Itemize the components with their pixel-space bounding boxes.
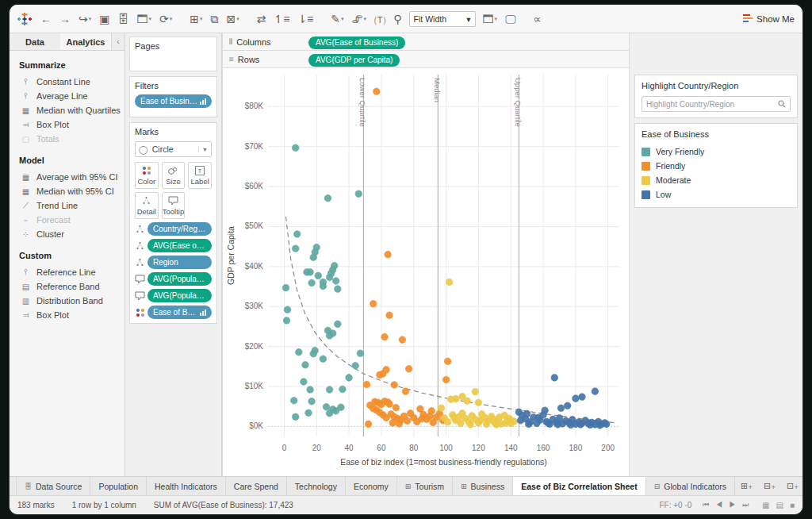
columns-pill[interactable]: AVG(Ease of Business) [308, 37, 405, 49]
data-point-very-friendly[interactable] [326, 386, 333, 394]
analytics-item-reference-line[interactable]: ⫯Reference Line [10, 265, 124, 279]
marks-pill[interactable]: Ease of Busine.. [147, 306, 212, 319]
data-point-very-friendly[interactable] [326, 410, 333, 417]
data-point-very-friendly[interactable] [346, 375, 353, 382]
data-point-low[interactable] [525, 421, 532, 428]
marks-button-color[interactable]: Color [135, 162, 159, 189]
data-point-very-friendly[interactable] [301, 379, 308, 386]
data-point-low[interactable] [551, 375, 558, 382]
data-point-very-friendly[interactable] [339, 386, 347, 393]
new-story-button[interactable]: ⊡₊ [781, 477, 802, 495]
duplicate-sheet-icon[interactable]: ⧉ [207, 10, 223, 28]
data-point-friendly[interactable] [402, 388, 409, 395]
data-point-moderate[interactable] [444, 419, 451, 426]
data-point-very-friendly[interactable] [283, 317, 290, 325]
data-point-low[interactable] [596, 422, 603, 429]
new-dashboard-button[interactable]: ⊟₊ [758, 477, 781, 495]
clear-sheet-icon[interactable]: ⊠▾ [223, 10, 243, 28]
data-point-friendly[interactable] [391, 382, 398, 389]
data-point-friendly[interactable] [373, 88, 381, 95]
filmstrip-view-icon[interactable]: ▤ [776, 501, 783, 509]
new-worksheet-button[interactable]: ⊞₊ [735, 477, 758, 495]
data-point-moderate[interactable] [464, 398, 471, 405]
analytics-item-cluster[interactable]: ⁘Cluster [10, 227, 124, 241]
marks-button-detail[interactable]: Detail [135, 192, 159, 219]
marks-pill[interactable]: AVG(Population .. [147, 289, 212, 302]
data-point-very-friendly[interactable] [332, 278, 339, 285]
legend-item-friendly[interactable]: Friendly [642, 159, 791, 173]
data-point-very-friendly[interactable] [307, 386, 314, 394]
data-point-friendly[interactable] [442, 376, 450, 383]
data-point-moderate[interactable] [451, 414, 458, 421]
redo-icon[interactable]: → [56, 10, 75, 28]
sheet-tab-ease-of-biz-correlation-sheet[interactable]: Ease of Biz Correlation Sheet [513, 477, 645, 495]
data-point-moderate[interactable] [506, 415, 513, 422]
data-point-low[interactable] [592, 388, 599, 395]
data-point-friendly[interactable] [386, 401, 393, 408]
data-point-very-friendly[interactable] [292, 245, 299, 252]
data-point-friendly[interactable] [399, 336, 406, 344]
filters-card[interactable]: Filters Ease of Business (cl.. [129, 76, 217, 117]
data-point-low[interactable] [535, 414, 542, 421]
data-point-moderate[interactable] [453, 395, 460, 402]
legend-item-moderate[interactable]: Moderate [642, 173, 791, 187]
data-point-very-friendly[interactable] [326, 274, 333, 281]
data-point-moderate[interactable] [475, 399, 482, 406]
sidebar-tab-analytics[interactable]: Analytics [60, 33, 112, 50]
data-point-very-friendly[interactable] [282, 284, 289, 291]
sheet-tab-global-indicators[interactable]: ⊟Global Indicators [646, 477, 735, 495]
pause-updates-icon[interactable]: 🗔▾ [132, 10, 155, 28]
run-update-icon[interactable]: ⟳▾ [155, 10, 176, 28]
data-point-friendly[interactable] [444, 358, 451, 365]
scatter-plot[interactable]: Lower QuartileMedianUpper Quartile$0K$10… [222, 68, 629, 476]
replay-icon[interactable]: ↪▾ [75, 10, 95, 28]
sheet-tab-health-indicators[interactable]: Health Indicators [147, 477, 226, 495]
data-point-moderate[interactable] [496, 414, 504, 421]
data-point-very-friendly[interactable] [293, 231, 301, 238]
swap-axes-icon[interactable]: ⇄ [253, 10, 270, 28]
data-point-very-friendly[interactable] [296, 348, 303, 356]
data-point-friendly[interactable] [370, 300, 377, 307]
data-point-very-friendly[interactable] [352, 363, 359, 370]
data-point-very-friendly[interactable] [290, 397, 297, 404]
data-point-very-friendly[interactable] [331, 263, 338, 270]
data-point-very-friendly[interactable] [335, 286, 342, 293]
data-point-very-friendly[interactable] [326, 333, 333, 340]
sort-descending-icon[interactable]: ⇂≡ [293, 10, 317, 28]
filter-pill[interactable]: Ease of Business (cl.. [135, 94, 212, 108]
data-point-low[interactable] [564, 402, 571, 409]
new-data-source-icon[interactable]: 🗄 [113, 10, 132, 28]
save-icon[interactable]: ▣ [95, 10, 113, 28]
data-point-very-friendly[interactable] [357, 350, 364, 357]
analytics-item-trend-line[interactable]: ⟋Trend Line [10, 198, 124, 213]
sheet-tab-care-spend[interactable]: Care Spend [226, 477, 287, 495]
data-point-low[interactable] [579, 394, 586, 401]
show-hide-cards-icon[interactable]: 🗔▾ [479, 10, 502, 28]
data-point-low[interactable] [517, 417, 524, 425]
data-point-moderate[interactable] [467, 421, 474, 429]
analytics-item-median-with-quartiles[interactable]: ▦Median with Quartiles [10, 103, 124, 117]
data-point-very-friendly[interactable] [312, 347, 319, 354]
data-point-friendly[interactable] [377, 371, 384, 379]
data-point-friendly[interactable] [385, 251, 392, 258]
data-point-friendly[interactable] [396, 421, 403, 428]
marks-pill[interactable]: Country/Region [147, 222, 212, 236]
data-point-friendly[interactable] [419, 416, 426, 423]
sheet-tab-data-source[interactable]: 🗄Data Source [16, 477, 90, 495]
data-point-very-friendly[interactable] [323, 403, 330, 410]
legend-item-low[interactable]: Low [642, 187, 791, 202]
fix-axes-icon[interactable]: ⚲ [389, 10, 405, 28]
presentation-mode-icon[interactable]: 🖵 [501, 10, 520, 28]
data-point-very-friendly[interactable] [320, 356, 327, 363]
trend-line[interactable] [286, 217, 616, 423]
analytics-item-average-with-95-ci[interactable]: ▦Average with 95% CI [10, 170, 124, 184]
analytics-item-box-plot[interactable]: ⫤Box Plot [10, 117, 124, 132]
data-point-moderate[interactable] [458, 420, 465, 427]
fit-width-select[interactable]: Fit Width ▾ [409, 11, 476, 27]
sheet-sort-view-icon[interactable]: ▦ [762, 501, 769, 509]
show-me-button[interactable]: Show Me [743, 14, 795, 24]
marks-pill[interactable]: AVG(Population .. [147, 272, 212, 286]
data-point-friendly[interactable] [428, 408, 435, 415]
sidebar-collapse-button[interactable]: ‹ [112, 33, 124, 50]
columns-shelf[interactable]: ⫴ Columns AVG(Ease of Business) [222, 33, 629, 51]
